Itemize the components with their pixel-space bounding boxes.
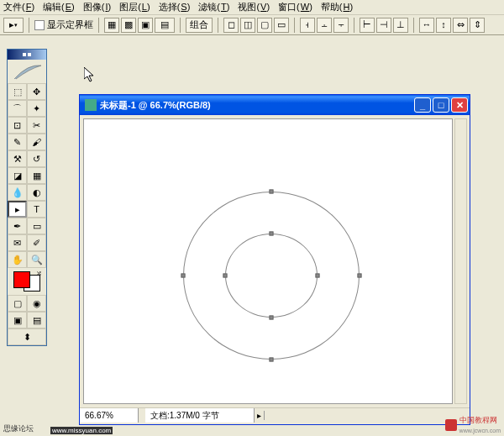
path-anchor[interactable]: [270, 358, 274, 362]
align-btn-1[interactable]: ▦: [104, 18, 119, 33]
separator: [413, 18, 414, 33]
path-anchor[interactable]: [270, 232, 274, 236]
zoom-tool[interactable]: 🔍: [27, 251, 46, 268]
document-titlebar[interactable]: 未标题-1 @ 66.7%(RGB/8) _ □ ✕: [80, 95, 470, 115]
show-bounding-checkbox[interactable]: 显示定界框: [34, 18, 93, 31]
shape-mode-1[interactable]: ◻: [223, 18, 239, 33]
menu-filter[interactable]: 滤镜(T): [198, 1, 229, 13]
align-btn-3[interactable]: ▣: [138, 18, 153, 33]
hand-tool[interactable]: ✋: [8, 251, 27, 268]
menu-image[interactable]: 图像(I): [83, 1, 111, 13]
wand-tool[interactable]: ✦: [27, 100, 46, 117]
notes-tool[interactable]: ✉: [8, 234, 27, 251]
toolbox-grip[interactable]: [8, 50, 46, 60]
canvas[interactable]: [83, 118, 453, 404]
align-h-2[interactable]: ⊣: [376, 18, 391, 33]
path-anchor[interactable]: [181, 274, 186, 278]
brush-icon: 🖌: [32, 138, 41, 147]
slice-tool[interactable]: ✂: [27, 117, 46, 134]
swap-colors-icon[interactable]: ⤭: [36, 270, 42, 277]
menu-view[interactable]: 视图(V): [238, 1, 270, 13]
marquee-tool[interactable]: ⬚: [8, 83, 27, 100]
align-btn-4[interactable]: ▤: [155, 18, 175, 33]
healing-icon: ✎: [13, 138, 21, 147]
pen-tool[interactable]: ✒: [8, 218, 27, 234]
separator: [180, 18, 181, 33]
type-tool[interactable]: T: [27, 201, 46, 218]
dist-1[interactable]: ↔: [419, 18, 434, 33]
menu-select[interactable]: 选择(S): [159, 1, 191, 13]
align-icon: ⊥: [396, 20, 405, 29]
align-icon: ⫞: [305, 20, 310, 29]
zoom-level[interactable]: 66.67%: [80, 408, 139, 423]
edit-mode-quickmask[interactable]: ◉: [27, 295, 46, 312]
document-window: 未标题-1 @ 66.7%(RGB/8) _ □ ✕ 66.67% 文档:1.3…: [79, 94, 470, 425]
move-icon: ✥: [33, 87, 40, 97]
close-button[interactable]: ✕: [451, 97, 468, 113]
foreground-color[interactable]: [13, 271, 30, 288]
vertical-scrollbar[interactable]: [454, 118, 467, 404]
menu-layer[interactable]: 图层(L): [119, 1, 150, 13]
path-select-tool[interactable]: ▸: [8, 201, 27, 218]
align-btn-2[interactable]: ▩: [121, 18, 136, 33]
dodge-tool[interactable]: ◐: [27, 184, 46, 201]
blur-tool[interactable]: 💧: [8, 184, 27, 201]
path-anchor[interactable]: [270, 190, 274, 194]
align-h-3[interactable]: ⊥: [393, 18, 408, 33]
imageready-icon: ⬍: [24, 333, 31, 342]
current-tool-indicator[interactable]: ▸▾: [3, 18, 24, 33]
shape-tool[interactable]: ▭: [27, 218, 46, 234]
inner-circle-path[interactable]: [225, 234, 318, 318]
lasso-tool[interactable]: ⌒: [8, 100, 27, 117]
healing-tool[interactable]: ✎: [8, 134, 27, 150]
jump-to-imageready[interactable]: ⬍: [8, 328, 46, 345]
square-icon: ▢: [260, 20, 269, 29]
dist-2[interactable]: ↕: [436, 18, 451, 33]
gradient-tool[interactable]: ▦: [27, 167, 46, 184]
move-tool[interactable]: ✥: [27, 83, 46, 100]
pen-icon: ✒: [13, 222, 21, 231]
history-brush-tool[interactable]: ↺: [27, 150, 46, 167]
document-title: 未标题-1 @ 66.7%(RGB/8): [100, 99, 414, 112]
arrow-icon: ▸: [15, 205, 20, 214]
path-anchor[interactable]: [223, 274, 228, 278]
align-v-1[interactable]: ⫞: [300, 18, 315, 33]
align-v-3[interactable]: ⫟: [333, 18, 349, 33]
info-flyout-icon[interactable]: ▸: [255, 411, 265, 420]
history-icon: ↺: [33, 155, 40, 164]
shape-mode-4[interactable]: ▭: [274, 18, 289, 33]
align-icon: ⊢: [363, 20, 371, 29]
crop-tool[interactable]: ⊡: [8, 117, 27, 134]
brush-tool[interactable]: 🖌: [27, 134, 46, 150]
stamp-tool[interactable]: ⚒: [8, 150, 27, 167]
path-anchor[interactable]: [358, 274, 362, 278]
shape-mode-3[interactable]: ▢: [257, 18, 272, 33]
eyedropper-tool[interactable]: ✐: [27, 234, 46, 251]
dist-4[interactable]: ⇕: [470, 18, 485, 33]
path-anchor[interactable]: [316, 274, 320, 278]
edit-mode-standard[interactable]: ▢: [8, 295, 27, 312]
minimize-icon: _: [420, 100, 425, 110]
blur-icon: 💧: [12, 188, 24, 197]
square-icon: ▭: [277, 20, 286, 29]
zoom-icon: 🔍: [31, 255, 43, 265]
shape-mode-2[interactable]: ◫: [240, 18, 255, 33]
menu-window[interactable]: 窗口(W): [278, 1, 312, 13]
screen-mode-2[interactable]: ▤: [27, 312, 46, 328]
document-info[interactable]: 文档:1.37M/0 字节: [145, 408, 255, 423]
menu-help[interactable]: 帮助(H): [321, 1, 353, 13]
combine-dropdown[interactable]: 组合: [186, 18, 213, 33]
separator: [98, 18, 99, 33]
align-v-2[interactable]: ⫠: [317, 18, 332, 33]
screen-mode-1[interactable]: ▣: [8, 312, 27, 328]
show-bounding-label: 显示定界框: [47, 18, 93, 31]
minimize-button[interactable]: _: [414, 97, 431, 113]
eraser-tool[interactable]: ◪: [8, 167, 27, 184]
menu-file[interactable]: 文件(F): [3, 1, 34, 13]
menu-edit[interactable]: 编辑(E): [43, 1, 75, 13]
dist-3[interactable]: ⇔: [453, 18, 468, 33]
maximize-button[interactable]: □: [433, 97, 449, 113]
align-h-1[interactable]: ⊢: [360, 18, 375, 33]
watermark-logo-icon: [445, 419, 457, 431]
path-anchor[interactable]: [270, 316, 274, 320]
